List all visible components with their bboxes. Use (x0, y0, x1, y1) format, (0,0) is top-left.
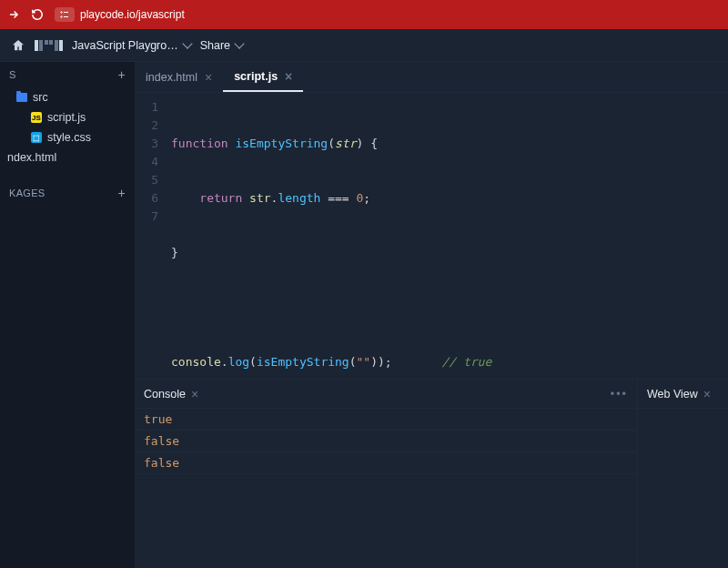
code-line (171, 299, 728, 317)
packages-section-header: KAGES + (0, 180, 135, 206)
url-bar[interactable]: playcode.io/javascript (55, 7, 185, 22)
css-file-icon: ⬚ (31, 132, 42, 143)
share-label: Share (200, 39, 230, 52)
console-title: Console (144, 388, 186, 401)
folder-label: src (33, 91, 48, 104)
tab-script-js[interactable]: script.js × (223, 62, 303, 92)
chevron-down-icon (182, 38, 192, 48)
line-number: 3 (135, 135, 158, 153)
site-settings-icon[interactable] (55, 7, 75, 22)
layout-switcher[interactable] (35, 40, 63, 51)
forward-icon[interactable] (7, 8, 20, 21)
file-label: ndex.html (7, 151, 56, 164)
app-toolbar: JavaScript Playgro… Share (0, 29, 728, 62)
code-editor[interactable]: 1 2 3 4 5 6 7 function isEmptyString(str… (135, 93, 728, 379)
project-name: JavaScript Playgro… (72, 39, 178, 52)
line-number: 2 (135, 117, 158, 135)
layout-option-2[interactable] (45, 40, 53, 51)
webview-panel: Web View × (637, 380, 728, 568)
tab-index-html[interactable]: index.html × (135, 62, 223, 92)
svg-point-2 (61, 16, 63, 18)
url-text: playcode.io/javascript (80, 8, 185, 21)
tree-file-style[interactable]: ⬚ style.css (0, 127, 135, 147)
layout-option-1[interactable] (35, 40, 43, 51)
console-line: false (135, 431, 637, 452)
reload-icon[interactable] (31, 8, 44, 21)
tab-label: index.html (146, 71, 197, 84)
files-section-header: S + (0, 62, 135, 87)
close-icon[interactable]: × (703, 387, 711, 401)
line-number: 4 (135, 153, 158, 171)
share-dropdown[interactable]: Share (200, 39, 243, 52)
add-file-icon[interactable]: + (118, 67, 126, 82)
tree-file-index[interactable]: ndex.html (0, 147, 135, 167)
console-line: false (135, 452, 637, 474)
console-line: true (135, 409, 637, 431)
tab-label: script.js (234, 70, 278, 83)
close-icon[interactable]: × (205, 70, 212, 85)
code-body[interactable]: function isEmptyString(str) { return str… (171, 98, 728, 379)
editor-tabs: index.html × script.js × (135, 62, 728, 93)
close-icon[interactable]: × (285, 69, 292, 84)
code-line: return str.length === 0; (171, 189, 728, 208)
webview-title: Web View (647, 388, 698, 401)
project-name-dropdown[interactable]: JavaScript Playgro… (72, 39, 191, 52)
line-gutter: 1 2 3 4 5 6 7 (135, 98, 171, 379)
tree-folder-src[interactable]: src (0, 87, 135, 107)
code-line: } (171, 244, 728, 262)
svg-point-0 (61, 12, 63, 14)
more-icon[interactable]: ••• (611, 388, 628, 401)
code-line: function isEmptyString(str) { (171, 135, 728, 153)
files-section-label: S (9, 69, 16, 80)
file-label: script.js (47, 111, 86, 124)
tree-file-script[interactable]: JS script.js (0, 107, 135, 127)
packages-label: KAGES (9, 188, 45, 198)
close-icon[interactable]: × (191, 387, 198, 401)
line-number: 6 (135, 189, 158, 208)
line-number: 5 (135, 171, 158, 189)
console-panel: Console × ••• true false false (135, 380, 637, 568)
line-number: 1 (135, 98, 158, 117)
add-package-icon[interactable]: + (118, 186, 126, 200)
line-number: 7 (135, 208, 158, 226)
folder-icon (16, 93, 27, 102)
sidebar: S + src JS script.js ⬚ style.css ndex.ht… (0, 62, 135, 568)
js-file-icon: JS (31, 112, 42, 123)
file-label: style.css (47, 131, 91, 144)
code-line: console.log(isEmptyString("")); // true (171, 353, 728, 371)
console-output[interactable]: true false false (135, 409, 637, 568)
layout-option-3[interactable] (55, 40, 63, 51)
chevron-down-icon (234, 38, 244, 48)
home-icon[interactable] (11, 38, 25, 53)
browser-bar: playcode.io/javascript (0, 0, 728, 29)
